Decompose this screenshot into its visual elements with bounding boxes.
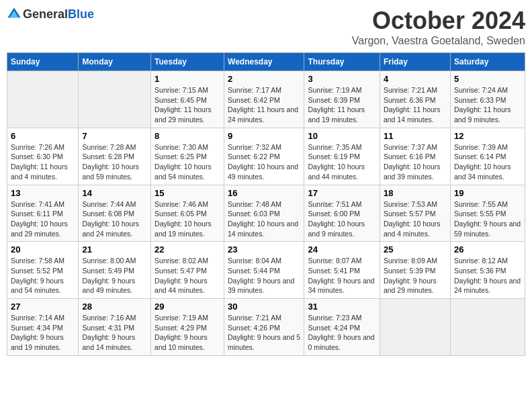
day-number: 30 bbox=[228, 302, 300, 312]
day-number: 12 bbox=[454, 131, 521, 141]
week-row-1: 1Sunrise: 7:15 AMSunset: 6:45 PMDaylight… bbox=[7, 71, 525, 128]
day-header-wednesday: Wednesday bbox=[224, 53, 304, 71]
cell-content: Sunrise: 7:48 AMSunset: 6:03 PMDaylight:… bbox=[228, 199, 300, 239]
calendar-cell: 4Sunrise: 7:21 AMSunset: 6:36 PMDaylight… bbox=[380, 71, 450, 128]
day-number: 14 bbox=[82, 188, 147, 198]
cell-content: Sunrise: 7:58 AMSunset: 5:52 PMDaylight:… bbox=[11, 256, 75, 295]
week-row-4: 20Sunrise: 7:58 AMSunset: 5:52 PMDayligh… bbox=[7, 242, 525, 299]
calendar-cell: 18Sunrise: 7:53 AMSunset: 5:57 PMDayligh… bbox=[380, 185, 450, 242]
day-header-thursday: Thursday bbox=[304, 53, 380, 71]
calendar-table: SundayMondayTuesdayWednesdayThursdayFrid… bbox=[7, 52, 525, 356]
day-header-tuesday: Tuesday bbox=[151, 53, 224, 71]
day-number: 13 bbox=[11, 188, 75, 198]
calendar-cell: 15Sunrise: 7:46 AMSunset: 6:05 PMDayligh… bbox=[151, 185, 224, 242]
day-number: 10 bbox=[308, 131, 375, 141]
cell-content: Sunrise: 8:12 AMSunset: 5:36 PMDaylight:… bbox=[454, 256, 521, 295]
header: GeneralBlue October 2024 Vargon, Vaestra… bbox=[7, 7, 525, 47]
day-number: 16 bbox=[228, 188, 300, 198]
calendar-cell bbox=[450, 299, 525, 356]
cell-content: Sunrise: 8:09 AMSunset: 5:39 PMDaylight:… bbox=[384, 256, 447, 295]
calendar-subtitle: Vargon, Vaestra Goetaland, Sweden bbox=[352, 35, 525, 47]
cell-content: Sunrise: 7:17 AMSunset: 6:42 PMDaylight:… bbox=[228, 85, 300, 125]
calendar-cell: 1Sunrise: 7:15 AMSunset: 6:45 PMDaylight… bbox=[151, 71, 224, 128]
day-number: 28 bbox=[82, 302, 147, 312]
cell-content: Sunrise: 7:51 AMSunset: 6:00 PMDaylight:… bbox=[308, 199, 375, 239]
calendar-cell: 30Sunrise: 7:21 AMSunset: 4:26 PMDayligh… bbox=[224, 299, 304, 356]
day-number: 26 bbox=[454, 244, 521, 255]
cell-content: Sunrise: 7:16 AMSunset: 4:31 PMDaylight:… bbox=[82, 313, 147, 353]
cell-content: Sunrise: 7:39 AMSunset: 6:14 PMDaylight:… bbox=[454, 142, 521, 182]
day-number: 22 bbox=[154, 244, 220, 255]
calendar-cell: 19Sunrise: 7:55 AMSunset: 5:55 PMDayligh… bbox=[450, 185, 525, 242]
day-number: 1 bbox=[154, 74, 220, 84]
day-number: 21 bbox=[82, 244, 147, 255]
calendar-cell: 21Sunrise: 8:00 AMSunset: 5:49 PMDayligh… bbox=[79, 242, 151, 299]
logo-icon bbox=[7, 7, 21, 21]
cell-content: Sunrise: 7:28 AMSunset: 6:28 PMDaylight:… bbox=[82, 142, 147, 182]
cell-content: Sunrise: 8:02 AMSunset: 5:47 PMDaylight:… bbox=[154, 256, 220, 295]
cell-content: Sunrise: 7:46 AMSunset: 6:05 PMDaylight:… bbox=[154, 199, 220, 239]
calendar-cell bbox=[380, 299, 450, 356]
week-row-5: 27Sunrise: 7:14 AMSunset: 4:34 PMDayligh… bbox=[7, 299, 525, 356]
day-number: 5 bbox=[454, 74, 521, 84]
day-number: 29 bbox=[154, 302, 220, 312]
calendar-cell: 14Sunrise: 7:44 AMSunset: 6:08 PMDayligh… bbox=[79, 185, 151, 242]
logo: GeneralBlue bbox=[7, 7, 94, 21]
day-number: 2 bbox=[228, 74, 300, 84]
calendar-cell: 20Sunrise: 7:58 AMSunset: 5:52 PMDayligh… bbox=[7, 242, 79, 299]
cell-content: Sunrise: 7:19 AMSunset: 4:29 PMDaylight:… bbox=[154, 313, 220, 353]
calendar-cell: 26Sunrise: 8:12 AMSunset: 5:36 PMDayligh… bbox=[450, 242, 525, 299]
calendar-cell: 16Sunrise: 7:48 AMSunset: 6:03 PMDayligh… bbox=[224, 185, 304, 242]
calendar-cell: 13Sunrise: 7:41 AMSunset: 6:11 PMDayligh… bbox=[7, 185, 79, 242]
week-row-2: 6Sunrise: 7:26 AMSunset: 6:30 PMDaylight… bbox=[7, 128, 525, 185]
day-number: 3 bbox=[308, 74, 375, 84]
day-number: 8 bbox=[154, 131, 220, 141]
cell-content: Sunrise: 7:14 AMSunset: 4:34 PMDaylight:… bbox=[11, 313, 75, 353]
calendar-cell: 10Sunrise: 7:35 AMSunset: 6:19 PMDayligh… bbox=[304, 128, 380, 185]
cell-content: Sunrise: 7:19 AMSunset: 6:39 PMDaylight:… bbox=[308, 85, 375, 125]
logo-text: GeneralBlue bbox=[23, 7, 94, 21]
calendar-cell: 2Sunrise: 7:17 AMSunset: 6:42 PMDaylight… bbox=[224, 71, 304, 128]
cell-content: Sunrise: 7:26 AMSunset: 6:30 PMDaylight:… bbox=[11, 142, 75, 182]
day-header-sunday: Sunday bbox=[7, 53, 79, 71]
cell-content: Sunrise: 7:30 AMSunset: 6:25 PMDaylight:… bbox=[154, 142, 220, 182]
cell-content: Sunrise: 7:21 AMSunset: 4:26 PMDaylight:… bbox=[228, 313, 300, 353]
cell-content: Sunrise: 8:07 AMSunset: 5:41 PMDaylight:… bbox=[308, 256, 375, 295]
cell-content: Sunrise: 7:35 AMSunset: 6:19 PMDaylight:… bbox=[308, 142, 375, 182]
day-number: 15 bbox=[154, 188, 220, 198]
day-number: 18 bbox=[384, 188, 447, 198]
day-number: 23 bbox=[228, 244, 300, 255]
title-section: October 2024 Vargon, Vaestra Goetaland, … bbox=[352, 7, 525, 47]
day-number: 24 bbox=[308, 244, 375, 255]
calendar-cell: 29Sunrise: 7:19 AMSunset: 4:29 PMDayligh… bbox=[151, 299, 224, 356]
day-number: 6 bbox=[11, 131, 75, 141]
calendar-cell: 3Sunrise: 7:19 AMSunset: 6:39 PMDaylight… bbox=[304, 71, 380, 128]
day-number: 9 bbox=[228, 131, 300, 141]
calendar-cell: 31Sunrise: 7:23 AMSunset: 4:24 PMDayligh… bbox=[304, 299, 380, 356]
day-header-friday: Friday bbox=[380, 53, 450, 71]
week-row-3: 13Sunrise: 7:41 AMSunset: 6:11 PMDayligh… bbox=[7, 185, 525, 242]
cell-content: Sunrise: 7:37 AMSunset: 6:16 PMDaylight:… bbox=[384, 142, 447, 182]
calendar-cell: 11Sunrise: 7:37 AMSunset: 6:16 PMDayligh… bbox=[380, 128, 450, 185]
calendar-cell bbox=[7, 71, 79, 128]
day-number: 11 bbox=[384, 131, 447, 141]
day-number: 17 bbox=[308, 188, 375, 198]
days-header-row: SundayMondayTuesdayWednesdayThursdayFrid… bbox=[7, 53, 525, 71]
calendar-cell: 9Sunrise: 7:32 AMSunset: 6:22 PMDaylight… bbox=[224, 128, 304, 185]
calendar-cell: 12Sunrise: 7:39 AMSunset: 6:14 PMDayligh… bbox=[450, 128, 525, 185]
calendar-cell: 8Sunrise: 7:30 AMSunset: 6:25 PMDaylight… bbox=[151, 128, 224, 185]
day-number: 20 bbox=[11, 244, 75, 255]
cell-content: Sunrise: 8:04 AMSunset: 5:44 PMDaylight:… bbox=[228, 256, 300, 295]
day-header-monday: Monday bbox=[79, 53, 151, 71]
cell-content: Sunrise: 7:53 AMSunset: 5:57 PMDaylight:… bbox=[384, 199, 447, 239]
calendar-title: October 2024 bbox=[352, 7, 525, 35]
calendar-cell: 5Sunrise: 7:24 AMSunset: 6:33 PMDaylight… bbox=[450, 71, 525, 128]
calendar-cell: 7Sunrise: 7:28 AMSunset: 6:28 PMDaylight… bbox=[79, 128, 151, 185]
calendar-cell: 17Sunrise: 7:51 AMSunset: 6:00 PMDayligh… bbox=[304, 185, 380, 242]
cell-content: Sunrise: 7:44 AMSunset: 6:08 PMDaylight:… bbox=[82, 199, 147, 239]
calendar-cell: 22Sunrise: 8:02 AMSunset: 5:47 PMDayligh… bbox=[151, 242, 224, 299]
day-number: 25 bbox=[384, 244, 447, 255]
calendar-cell: 28Sunrise: 7:16 AMSunset: 4:31 PMDayligh… bbox=[79, 299, 151, 356]
calendar-cell: 23Sunrise: 8:04 AMSunset: 5:44 PMDayligh… bbox=[224, 242, 304, 299]
cell-content: Sunrise: 7:41 AMSunset: 6:11 PMDaylight:… bbox=[11, 199, 75, 239]
